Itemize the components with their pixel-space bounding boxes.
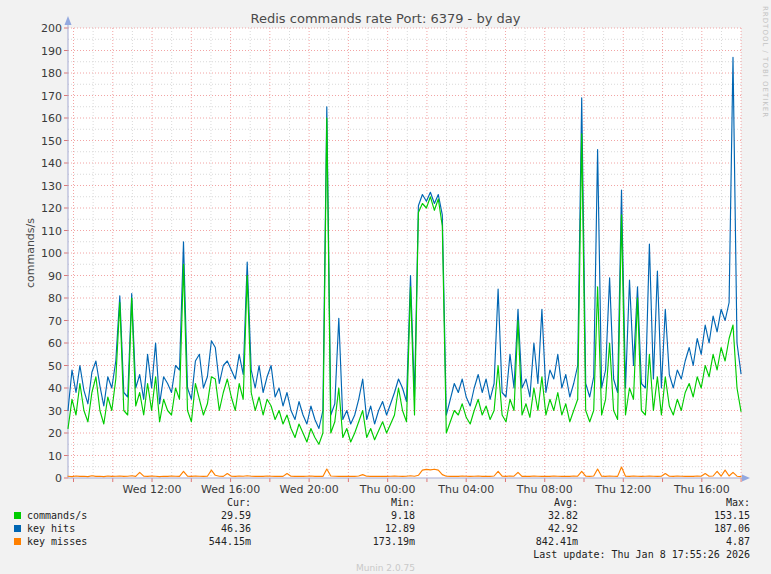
- value-max: 187.06: [0, 523, 750, 534]
- x-tick-label: Wed 12:00: [122, 483, 181, 494]
- value-max: 153.15: [0, 510, 750, 521]
- y-tick-label: 50: [48, 360, 62, 373]
- last-update-text: Last update: Thu Jan 8 17:55:26 2026: [0, 549, 750, 560]
- x-tick-label: Wed 20:00: [280, 483, 339, 494]
- x-tick-label: Wed 16:00: [201, 483, 260, 494]
- y-tick-label: 40: [48, 382, 62, 395]
- y-axis-arrow: [65, 16, 72, 25]
- legend-row-key-misses: key misses 544.15m 173.19m 842.41m 4.87: [0, 535, 771, 548]
- x-tick-label: Thu 08:00: [516, 483, 573, 494]
- legend-header-row: Cur: Min: Avg: Max:: [0, 496, 771, 509]
- y-tick-label: 70: [48, 315, 62, 328]
- munin-graph-page: Redis commands rate Port: 6379 - by day …: [0, 0, 771, 574]
- y-tick-label: 90: [48, 270, 62, 283]
- munin-version: Munin 2.0.75: [0, 563, 771, 573]
- y-tick-label: 180: [41, 67, 62, 80]
- y-tick-label: 200: [41, 22, 62, 35]
- y-tick-label: 120: [41, 202, 62, 215]
- y-tick-label: 110: [41, 225, 62, 238]
- legend-row-commands: commands/s 29.59 9.18 32.82 153.15: [0, 509, 771, 522]
- y-tick-label: 160: [41, 112, 62, 125]
- x-tick-label: Thu 12:00: [594, 483, 651, 494]
- x-tick-label: Thu 00:00: [359, 483, 416, 494]
- y-tick-label: 0: [55, 472, 62, 485]
- y-tick-label: 80: [48, 292, 62, 305]
- last-update-row: Last update: Thu Jan 8 17:55:26 2026: [0, 548, 771, 561]
- y-tick-label: 10: [48, 450, 62, 463]
- y-tick-label: 150: [41, 135, 62, 148]
- y-tick-label: 140: [41, 157, 62, 170]
- y-tick-label: 130: [41, 180, 62, 193]
- y-tick-label: 170: [41, 90, 62, 103]
- y-tick-label: 20: [48, 427, 62, 440]
- x-tick-label: Thu 16:00: [673, 483, 730, 494]
- y-tick-label: 30: [48, 405, 62, 418]
- legend-table: Cur: Min: Avg: Max: commands/s 29.59 9.1…: [0, 496, 771, 561]
- x-axis-arrow: [742, 475, 750, 482]
- legend-row-key-hits: key hits 46.36 12.89 42.92 187.06: [0, 522, 771, 535]
- y-tick-label: 60: [48, 337, 62, 350]
- chart-plot-area: 0102030405060708090100110120130140150160…: [0, 0, 771, 494]
- x-tick-label: Thu 04:00: [437, 483, 494, 494]
- y-tick-label: 100: [41, 247, 62, 260]
- col-header-max: Max:: [0, 497, 750, 508]
- y-tick-label: 190: [41, 45, 62, 58]
- value-max: 4.87: [0, 536, 750, 547]
